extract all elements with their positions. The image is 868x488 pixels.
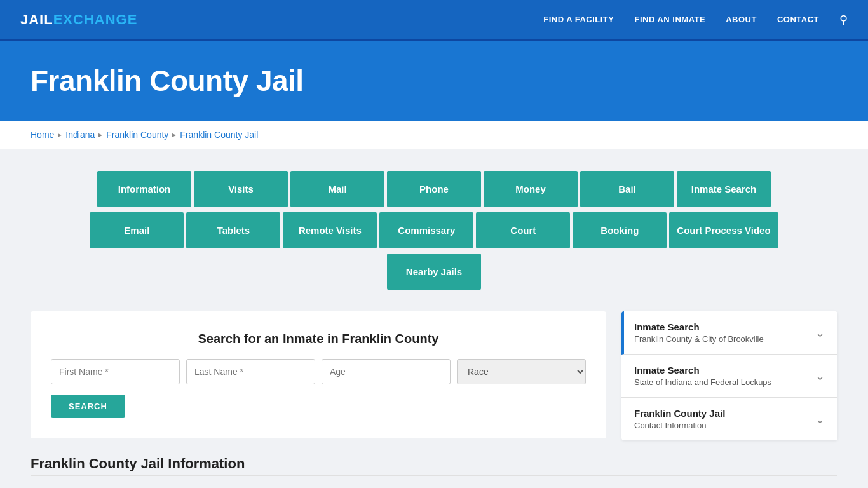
sidebar-item-title-0: Inmate Search [634,322,764,332]
breadcrumb-sep-3: ▸ [172,130,176,139]
lower-section: Search for an Inmate in Franklin County … [31,311,837,440]
nav-find-facility[interactable]: FIND A FACILITY [543,15,614,24]
btn-court[interactable]: Court [476,212,570,248]
sidebar-item-sub-1: State of Indiana and Federal Lockups [634,377,771,387]
sidebar-item-title-1: Inmate Search [634,365,771,376]
breadcrumb-indiana[interactable]: Indiana [65,130,95,140]
navigation-grid: Information Visits Mail Phone Money Bail… [31,170,837,291]
sidebar-panel: Inmate Search Franklin County & City of … [621,311,837,440]
breadcrumb: Home ▸ Indiana ▸ Franklin County ▸ Frank… [0,121,868,149]
search-icon[interactable]: ⚲ [839,13,848,27]
btn-money[interactable]: Money [484,171,578,207]
grid-row-1: Information Visits Mail Phone Money Bail… [96,170,772,208]
sidebar-item-sub-0: Franklin County & City of Brookville [634,334,764,344]
section-title: Franklin County Jail Information [31,456,837,476]
chevron-icon-1: ⌄ [815,369,825,383]
btn-email[interactable]: Email [90,212,184,248]
chevron-icon-0: ⌄ [815,326,825,340]
nav-about[interactable]: ABOUT [726,15,757,24]
btn-visits[interactable]: Visits [194,171,288,207]
race-select[interactable]: Race White Black Hispanic Asian Other [457,359,586,384]
main-content: Information Visits Mail Phone Money Bail… [0,149,868,488]
btn-phone[interactable]: Phone [387,171,481,207]
btn-information[interactable]: Information [97,171,191,207]
sidebar-item-text-0: Inmate Search Franklin County & City of … [634,322,764,344]
hero-section: Franklin County Jail [0,41,868,121]
logo-jail: JAIL [20,11,53,28]
btn-mail[interactable]: Mail [290,171,384,207]
breadcrumb-current: Franklin County Jail [180,130,258,140]
first-name-input[interactable] [51,359,180,384]
btn-nearby-jails[interactable]: Nearby Jails [387,254,481,290]
grid-row-2: Email Tablets Remote Visits Commissary C… [88,211,779,250]
breadcrumb-sep-1: ▸ [58,130,62,139]
btn-commissary[interactable]: Commissary [379,212,473,248]
nav-find-inmate[interactable]: FIND AN INMATE [634,15,705,24]
breadcrumb-home[interactable]: Home [31,130,54,140]
logo-exchange: EXCHANGE [53,11,138,28]
grid-row-3: Nearby Jails [386,252,482,291]
last-name-input[interactable] [186,359,315,384]
search-title: Search for an Inmate in Franklin County [51,332,586,346]
logo[interactable]: JAILEXCHANGE [20,11,137,28]
btn-inmate-search[interactable]: Inmate Search [677,171,771,207]
search-fields: Race White Black Hispanic Asian Other [51,359,586,384]
sidebar-item-1[interactable]: Inmate Search State of Indiana and Feder… [621,355,837,398]
btn-court-process-video[interactable]: Court Process Video [669,212,778,248]
nav-contact[interactable]: CONTACT [777,15,819,24]
btn-remote-visits[interactable]: Remote Visits [283,212,377,248]
sidebar-item-0[interactable]: Inmate Search Franklin County & City of … [621,311,837,355]
sidebar-item-text-1: Inmate Search State of Indiana and Feder… [634,365,771,387]
breadcrumb-county[interactable]: Franklin County [106,130,168,140]
search-button[interactable]: SEARCH [51,395,125,418]
chevron-icon-2: ⌄ [815,412,825,426]
btn-bail[interactable]: Bail [580,171,674,207]
page-title: Franklin County Jail [31,64,837,98]
btn-tablets[interactable]: Tablets [186,212,280,248]
nav-links: FIND A FACILITY FIND AN INMATE ABOUT CON… [543,13,848,27]
age-input[interactable] [322,359,451,384]
breadcrumb-sep-2: ▸ [98,130,102,139]
sidebar-item-text-2: Franklin County Jail Contact Information [634,408,725,430]
sidebar-item-sub-2: Contact Information [634,421,725,430]
sidebar-item-2[interactable]: Franklin County Jail Contact Information… [621,398,837,440]
navbar: JAILEXCHANGE FIND A FACILITY FIND AN INM… [0,0,868,41]
search-panel: Search for an Inmate in Franklin County … [31,311,606,438]
btn-booking[interactable]: Booking [573,212,667,248]
sidebar-item-title-2: Franklin County Jail [634,408,725,419]
